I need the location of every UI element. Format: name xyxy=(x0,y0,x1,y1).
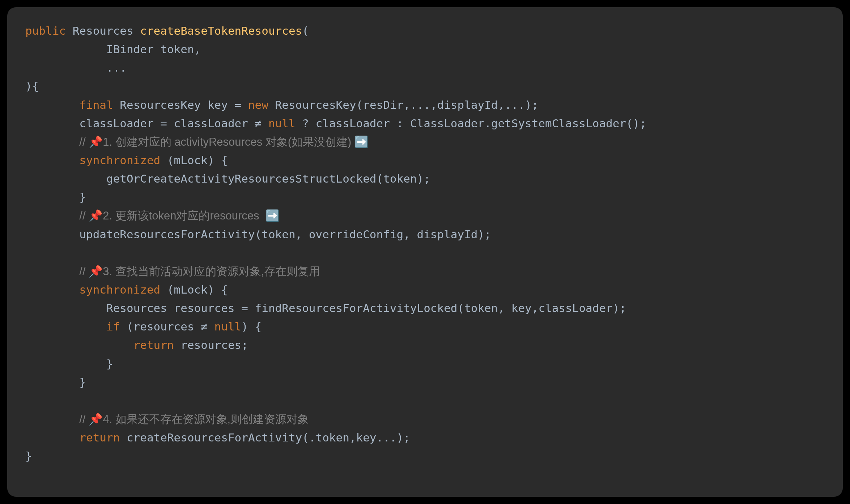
method-name: createBaseTokenResources xyxy=(140,24,302,37)
param-line: IBinder token, xyxy=(25,43,201,56)
comment-step-3: // 📌3. 查找当前活动对应的资源对象,存在则复用 xyxy=(79,265,320,278)
comment-step-2: // 📌2. 更新该token对应的resources ➡️ xyxy=(79,209,279,222)
indent xyxy=(25,413,79,426)
indent xyxy=(25,265,79,278)
indent xyxy=(25,135,79,148)
code-text: getOrCreateActivityResourcesStructLocked… xyxy=(25,172,430,185)
code-text: (mLock) { xyxy=(160,154,228,167)
indent xyxy=(25,320,106,333)
brace-close: } xyxy=(25,376,86,389)
code-block: public Resources createBaseTokenResource… xyxy=(25,22,825,465)
code-window: public Resources createBaseTokenResource… xyxy=(7,7,843,497)
keyword-synchronized: synchronized xyxy=(79,283,160,296)
param-ellipsis: ... xyxy=(25,61,127,74)
indent xyxy=(25,209,79,222)
keyword-public: public xyxy=(25,24,66,37)
indent xyxy=(25,431,79,444)
keyword-if: if xyxy=(106,320,120,333)
code-text: ) { xyxy=(241,320,262,333)
code-text: resources; xyxy=(174,338,248,351)
brace-open: ){ xyxy=(25,80,39,93)
type-resources: Resources xyxy=(66,24,140,37)
keyword-return: return xyxy=(133,338,174,351)
keyword-new: new xyxy=(248,98,268,111)
brace-close: } xyxy=(25,191,86,204)
keyword-return: return xyxy=(79,431,120,444)
comment-step-4: // 📌4. 如果还不存在资源对象,则创建资源对象 xyxy=(79,413,309,426)
comment-step-1: // 📌1. 创建对应的 activityResources 对象(如果没创建)… xyxy=(79,136,369,148)
brace-close: } xyxy=(25,449,32,462)
keyword-null: null xyxy=(268,117,296,130)
code-text: (mLock) { xyxy=(160,283,228,296)
brace-close: } xyxy=(25,357,113,370)
code-text: ResourcesKey(resDir,...,displayId,...); xyxy=(268,98,539,111)
keyword-null: null xyxy=(214,320,242,333)
code-text: (resources ≠ xyxy=(120,320,214,333)
indent xyxy=(25,154,79,167)
code-text: ? classLoader : ClassLoader.getSystemCla… xyxy=(296,117,647,130)
code-text: Resources resources = findResourcesForAc… xyxy=(25,302,626,315)
code-text: classLoader = classLoader ≠ xyxy=(25,117,268,130)
code-text: ResourcesKey key = xyxy=(113,98,248,111)
keyword-final: final xyxy=(79,98,113,111)
indent xyxy=(25,283,79,296)
code-text: updateResourcesForActivity(token, overri… xyxy=(25,228,491,241)
code-text: createResourcesForActivity(.token,key...… xyxy=(120,431,410,444)
keyword-synchronized: synchronized xyxy=(79,154,160,167)
indent xyxy=(25,98,79,111)
paren-open: ( xyxy=(302,24,309,37)
indent xyxy=(25,338,133,351)
